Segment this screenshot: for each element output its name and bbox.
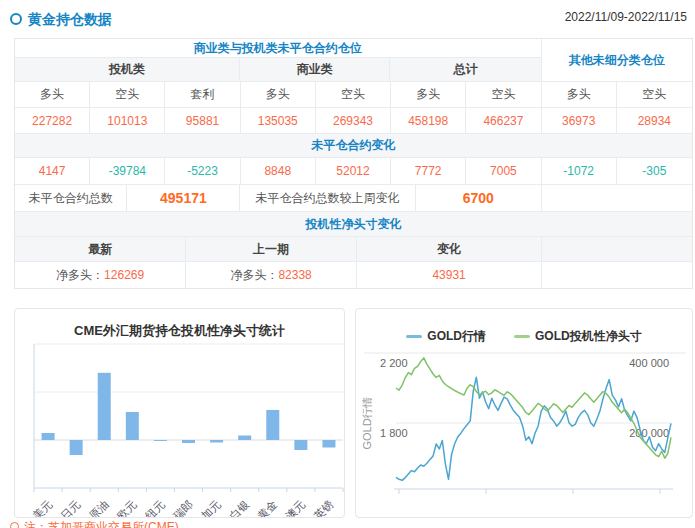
table-cell: 95881 bbox=[165, 108, 240, 133]
net-previous: 净多头：82338 bbox=[186, 262, 357, 288]
table-cell: 28934 bbox=[617, 108, 692, 133]
table-cell: -5223 bbox=[165, 158, 240, 184]
table-cell: 多头 bbox=[542, 82, 617, 107]
table-cell: 101013 bbox=[90, 108, 165, 133]
date-range: 2022/11/09-2022/11/15 bbox=[565, 10, 687, 24]
subgroup-total: 总计 bbox=[390, 58, 540, 81]
positions-row: 2272821010139588113503526934345819846623… bbox=[15, 108, 692, 134]
table-cell: 227282 bbox=[15, 108, 90, 133]
col-header-row: 多头空头套利多头空头多头空头多头空头 bbox=[15, 82, 692, 108]
table-cell: 多头 bbox=[391, 82, 466, 107]
table-cell: 7772 bbox=[391, 158, 466, 184]
net-header-latest: 最新 bbox=[15, 237, 186, 261]
net-previous-value: 82338 bbox=[278, 268, 311, 282]
svg-text:澳元: 澳元 bbox=[283, 498, 307, 517]
svg-text:瑞郎: 瑞郎 bbox=[171, 498, 195, 517]
svg-text:美元: 美元 bbox=[30, 498, 54, 517]
net-section-row: 投机性净头寸变化 bbox=[15, 212, 692, 237]
change-section-row: 未平仓合约变化 bbox=[15, 134, 692, 158]
svg-text:日元: 日元 bbox=[59, 498, 83, 517]
table-cell: 套利 bbox=[165, 82, 240, 107]
table-cell: 空头 bbox=[316, 82, 391, 107]
svg-text:GOLD行情: GOLD行情 bbox=[361, 396, 373, 449]
main-group: 商业类与投机类未平仓合约仓位 投机类 商业类 总计 bbox=[15, 39, 542, 81]
legend-item-net-position[interactable]: GOLD投机性净头寸 bbox=[514, 328, 642, 345]
table-cell: 多头 bbox=[15, 82, 90, 107]
net-change-value: 43931 bbox=[357, 262, 542, 288]
subgroup-commercial: 商业类 bbox=[240, 58, 390, 81]
table-cell: 36973 bbox=[542, 108, 617, 133]
table-cell: 4147 bbox=[15, 158, 90, 184]
table-cell: 458198 bbox=[391, 108, 466, 133]
table-cell: 多头 bbox=[241, 82, 316, 107]
bar-chart[interactable]: 美元日元原油欧元纽元瑞郎加元白银黄金澳元英镑 bbox=[15, 309, 344, 517]
svg-text:2 200: 2 200 bbox=[380, 357, 408, 369]
net-section-title: 投机性净头寸变化 bbox=[15, 212, 692, 236]
table-cell: 7005 bbox=[466, 158, 541, 184]
table-cell: 269343 bbox=[316, 108, 391, 133]
changes-row: 4147-39784-522388485201277727005-1072-30… bbox=[15, 158, 692, 185]
table-cell: 466237 bbox=[466, 108, 541, 133]
positions-table: 商业类与投机类未平仓合约仓位 投机类 商业类 总计 其他未细分类仓位 多头空头套… bbox=[14, 38, 693, 289]
net-header-change: 变化 bbox=[357, 237, 542, 261]
svg-text:1 800: 1 800 bbox=[380, 427, 408, 439]
bullet-icon bbox=[10, 13, 22, 25]
table-cell: 135035 bbox=[241, 108, 316, 133]
total-label: 未平仓合约总数 bbox=[15, 185, 127, 211]
totals-row: 未平仓合约总数 495171 未平仓合约总数较上周变化 6700 bbox=[15, 185, 692, 212]
table-cell: 空头 bbox=[466, 82, 541, 107]
net-header-previous: 上一期 bbox=[186, 237, 357, 261]
svg-text:白银: 白银 bbox=[227, 498, 251, 517]
weekly-change-label: 未平仓合约总数较上周变化 bbox=[240, 185, 415, 211]
table-cell: 空头 bbox=[90, 82, 165, 107]
svg-text:原油: 原油 bbox=[87, 498, 111, 517]
svg-text:欧元: 欧元 bbox=[115, 498, 139, 517]
subgroup-speculative: 投机类 bbox=[15, 58, 240, 81]
bar-chart-title: CME外汇期货持仓投机性净头寸统计 bbox=[15, 322, 344, 340]
table-cell: -39784 bbox=[90, 158, 165, 184]
svg-text:400 000: 400 000 bbox=[629, 357, 669, 369]
net-header-row: 最新 上一期 变化 bbox=[15, 237, 692, 262]
svg-text:纽元: 纽元 bbox=[143, 498, 167, 517]
net-latest: 净多头：126269 bbox=[15, 262, 186, 288]
svg-text:加元: 加元 bbox=[199, 498, 223, 517]
legend-dash-icon bbox=[514, 335, 530, 338]
bullet-icon bbox=[10, 522, 19, 528]
total-value: 495171 bbox=[127, 185, 240, 211]
legend-item-gold-price[interactable]: GOLD行情 bbox=[406, 328, 486, 345]
table-group-header-row: 商业类与投机类未平仓合约仓位 投机类 商业类 总计 其他未细分类仓位 bbox=[15, 39, 692, 82]
group-header-other: 其他未细分类仓位 bbox=[542, 39, 692, 81]
empty-cell bbox=[542, 262, 692, 288]
page-title: 黄金持仓数据 bbox=[28, 11, 112, 27]
empty-cell bbox=[542, 237, 692, 261]
table-cell: 8848 bbox=[241, 158, 316, 184]
svg-text:英镑: 英镑 bbox=[311, 498, 335, 517]
line-chart-card: 2 2001 800400 000200 000GOLD行情 GOLD行情 GO… bbox=[355, 308, 693, 518]
footer-note: 注：芝加哥商业交易所(CME) bbox=[10, 519, 179, 528]
net-latest-value: 126269 bbox=[104, 268, 144, 282]
svg-text:黄金: 黄金 bbox=[255, 498, 279, 517]
net-previous-label: 净多头： bbox=[230, 267, 278, 284]
net-latest-label: 净多头： bbox=[56, 267, 104, 284]
table-cell: 52012 bbox=[316, 158, 391, 184]
table-cell: -305 bbox=[617, 158, 692, 184]
page-header: 黄金持仓数据 2022/11/09-2022/11/15 bbox=[10, 10, 687, 30]
empty-cell bbox=[542, 185, 692, 211]
weekly-change-value: 6700 bbox=[416, 185, 542, 211]
net-value-row: 净多头：126269 净多头：82338 43931 bbox=[15, 262, 692, 288]
table-cell: 空头 bbox=[617, 82, 692, 107]
bar-chart-card: 美元日元原油欧元纽元瑞郎加元白银黄金澳元英镑 CME外汇期货持仓投机性净头寸统计 bbox=[14, 308, 345, 518]
table-cell: -1072 bbox=[542, 158, 617, 184]
group-header-main: 商业类与投机类未平仓合约仓位 bbox=[15, 39, 541, 57]
legend-dash-icon bbox=[406, 335, 422, 338]
change-section-title: 未平仓合约变化 bbox=[15, 134, 692, 157]
chart-legend: GOLD行情 GOLD投机性净头寸 bbox=[356, 328, 692, 345]
